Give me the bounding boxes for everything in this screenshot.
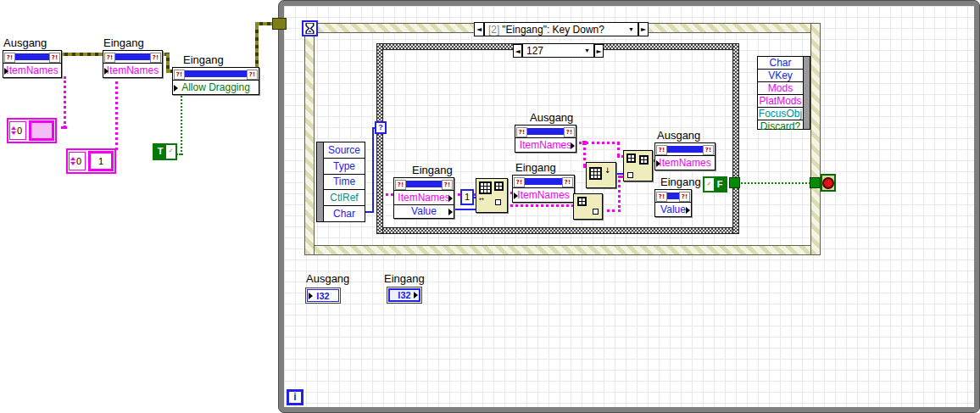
event-data-node-handle[interactable] [803,57,810,129]
event-data-platmods[interactable]: PlatMods [758,94,803,107]
index-array-function[interactable] [573,193,603,220]
case-output-tunnel[interactable] [729,177,740,188]
wire-string-array[interactable] [115,76,118,150]
property-node-ausgang-read[interactable]: ?! ?! ItemNames [515,125,576,153]
array-constant-empty-string[interactable]: 0 [7,118,57,143]
wire-string-array[interactable] [506,204,574,207]
spin-up-icon[interactable] [11,126,16,130]
event-timeout-terminal[interactable] [302,20,318,36]
terminal-eingang-i32[interactable]: I32 [387,287,422,304]
event-prev-case-button[interactable]: ◄ [474,22,484,36]
case-prev-button[interactable]: ◄ [513,44,522,58]
case-structure-border-left[interactable] [376,43,383,234]
property-node-ausgang-itemnames[interactable]: ?! ?! ItemNames [3,50,62,78]
wire-boolean[interactable] [176,153,183,155]
case-structure-border-bottom[interactable] [376,227,739,234]
property-row-itemnames[interactable]: ItemNames [103,64,162,77]
event-structure-border-right[interactable] [810,23,821,255]
spin-up-icon[interactable] [70,157,75,160]
event-structure-border-bottom[interactable] [304,245,821,255]
wire-char-scalar[interactable] [372,127,374,213]
search-array-function[interactable]: ↓ [586,162,616,188]
event-data-ctlref[interactable]: CtlRef [324,189,365,205]
property-row-itemnames[interactable]: ItemNames [515,138,576,152]
event-data-node-handle[interactable] [317,142,324,221]
array-element-string[interactable] [29,120,54,141]
property-row-value[interactable]: Value [394,204,454,218]
wire-string-array[interactable] [586,142,620,144]
wire-string-array[interactable] [618,176,621,212]
event-data-char[interactable]: Char [758,57,803,69]
index-spinner[interactable] [70,157,75,165]
wire-refnum[interactable] [60,53,103,56]
property-node-eingang-write[interactable]: ?! ?! ItemNames [512,175,575,203]
array-constant-one[interactable]: 0 1 [66,148,116,174]
true-constant[interactable]: T ✓ [153,143,177,160]
event-data-mods[interactable]: Mods [758,81,803,94]
event-data-discard[interactable]: Discard? [758,120,803,132]
event-output-tunnel[interactable] [810,177,821,188]
property-node-eingang-allow-dragging[interactable]: ?! ?! Allow Dragging [172,67,259,95]
diagram-grid-background [284,6,974,407]
event-structure-border-left[interactable] [304,23,315,255]
wire-string-array[interactable] [64,76,66,128]
wire-string-array[interactable] [386,193,393,196]
property-row-allow-dragging[interactable]: Allow Dragging [173,81,259,94]
property-row-value[interactable]: Value [655,203,691,216]
property-row-itemnames[interactable]: ItemNames [394,191,454,204]
event-data-type[interactable]: Type [324,158,365,174]
event-next-case-button[interactable]: ► [638,22,649,36]
event-selector-label[interactable]: [2] "Eingang": Key Down? ▼ [484,22,638,36]
property-row-itemnames[interactable]: ItemNames [655,156,715,170]
index-spinner[interactable] [10,126,16,135]
refnum-bar [15,53,49,60]
property-row-itemnames[interactable]: ItemNames [513,188,574,202]
terminal-ausgang-i32[interactable]: I32 [305,287,341,304]
dropdown-arrow-icon[interactable]: ▼ [628,26,634,32]
error-in-icon: ?! [4,53,15,63]
event-data-node-left[interactable]: Source Type Time CtlRef Char [316,142,365,222]
event-data-vkey[interactable]: VKey [758,69,803,81]
property-row-itemnames[interactable]: ItemNames [3,64,61,77]
case-next-button[interactable]: ► [594,44,604,58]
case-structure-border-right[interactable] [732,43,739,234]
event-data-char[interactable]: Char [324,205,365,221]
case-selector-tunnel[interactable]: ? [375,121,387,134]
property-node-eingang-value[interactable]: ?! ?! Value [654,189,692,217]
dropdown-arrow-icon[interactable]: ▼ [584,47,590,53]
wire-boolean[interactable] [181,88,182,155]
array-index[interactable]: 0 [9,121,26,140]
property-node-eingang-itemnames[interactable]: ?! ?! ItemNames [103,50,163,78]
write-arrow-icon [656,160,660,167]
wire-boolean[interactable] [741,182,810,184]
node-label-eingang: Eingang [183,53,224,66]
numeric-constant-1[interactable]: 1 [460,189,474,205]
refnum-terminal-square[interactable] [272,18,287,30]
array-index[interactable]: 0 [69,152,86,170]
stop-led-terminal[interactable] [821,174,836,192]
wire-refnum[interactable] [255,24,259,68]
wire-int-scalar[interactable] [453,209,476,210]
case-selector-label[interactable]: 127 ▼ [522,43,594,58]
build-array-function[interactable] [623,150,653,181]
wire-refnum[interactable] [255,22,274,25]
spin-down-icon[interactable] [70,162,75,165]
property-node-ausgang-write[interactable]: ?! ?! ItemNames [654,142,716,170]
array-element-string[interactable]: 1 [88,151,114,171]
event-data-source[interactable]: Source [324,142,365,158]
event-data-time[interactable]: Time [324,174,365,190]
wire-string-array[interactable] [61,126,67,129]
error-in-icon: ?! [514,177,525,187]
delete-from-array-function[interactable]: ↔ [476,178,508,213]
false-constant[interactable]: ✓ F [703,176,727,193]
vi-block-diagram-window[interactable]: ◄ [2] "Eingang": Key Down? ▼ ► ◄ 127 ▼ ►… [278,0,980,413]
event-data-node-right[interactable]: Char VKey Mods PlatMods FocusObj Discard… [757,56,810,130]
case-value: 127 [526,45,543,57]
spin-down-icon[interactable] [11,131,16,135]
node-label-eingang: Eingang [515,161,556,174]
refnum-bar [667,146,703,153]
event-data-focusobj[interactable]: FocusObj [758,107,803,120]
vi-info-icon[interactable]: i [287,389,303,405]
refnum-bar [115,53,150,60]
property-node-eingang-read[interactable]: ?! ?! ItemNames Value [393,177,454,219]
